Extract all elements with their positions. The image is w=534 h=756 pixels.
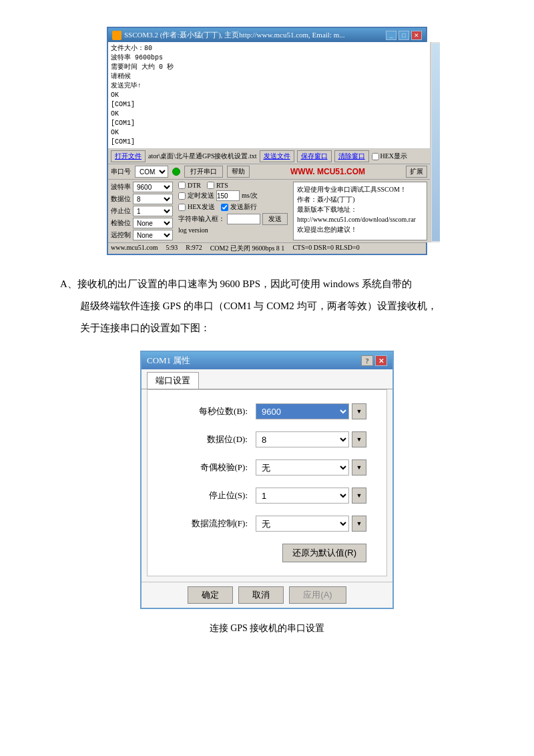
com1-flowcontrol-arrow[interactable]: ▼ xyxy=(352,516,366,532)
com1-baud-label: 每秒位数(B): xyxy=(168,405,248,417)
open-file-btn[interactable]: 打开文件 xyxy=(111,150,146,162)
hex-display-checkbox[interactable] xyxy=(372,153,379,160)
com1-dialog: COM1 属性 ? ✕ 端口设置 每秒位数(B): 9600 ▼ 数据 xyxy=(140,351,394,609)
sscom-scrollbar[interactable] xyxy=(431,42,440,242)
status-pos: 5:93 xyxy=(166,244,178,253)
com1-databits-select[interactable]: 8 xyxy=(256,431,349,447)
welcome-line1: 欢迎使用专业串口调试工具SSCOM！ xyxy=(297,184,423,194)
sscom-maximize-btn[interactable]: □ xyxy=(398,31,409,40)
sscom-log-area[interactable]: 文件大小：80 波特率 9600bps 需要时间 大约 0 秒 请稍候 发送完毕… xyxy=(108,42,430,149)
input-label: 字符串输入框： xyxy=(178,214,225,224)
com1-parity-control: 无 ▼ xyxy=(256,459,366,476)
com1-field-parity: 奇偶校验(P): 无 ▼ xyxy=(168,459,366,476)
com1-tab-port-settings[interactable]: 端口设置 xyxy=(147,372,199,389)
save-window-btn[interactable]: 保存窗口 xyxy=(297,150,332,162)
timed-send-label: 定时发送 xyxy=(188,191,214,200)
com1-stopbits-label: 停止位(S): xyxy=(168,490,248,502)
com1-parity-select[interactable]: 无 xyxy=(256,459,349,476)
stopbits-label: 停止位 xyxy=(111,206,131,216)
com1-databits-arrow[interactable]: ▼ xyxy=(352,431,366,447)
sscom-app-icon xyxy=(112,31,121,40)
timed-send-checkbox[interactable] xyxy=(178,192,186,200)
log-line: 请稍候 xyxy=(111,72,427,81)
check-select[interactable]: None xyxy=(133,218,173,228)
send-btn[interactable]: 发送 xyxy=(262,213,288,225)
check-label: 检验位 xyxy=(111,218,131,228)
com1-stopbits-arrow[interactable]: ▼ xyxy=(352,488,366,504)
dtr-label: DTR xyxy=(188,182,201,189)
com1-default-btn[interactable]: 还原为默认值(R) xyxy=(282,544,366,562)
com1-field-flowcontrol: 数据流控制(F): 无 ▼ xyxy=(168,516,366,532)
com1-ok-btn[interactable]: 确定 xyxy=(188,586,233,604)
dtr-checkbox[interactable] xyxy=(178,182,186,189)
sscom-window: SSCOM3.2 (作者:聂小猛(丁丁), 主页http://www.mcu51… xyxy=(107,27,427,255)
com1-baud-control: 9600 ▼ xyxy=(256,403,366,419)
sscom-titlebar: SSCOM3.2 (作者:聂小猛(丁丁), 主页http://www.mcu51… xyxy=(108,28,426,42)
com1-apply-btn[interactable]: 应用(A) xyxy=(289,586,346,604)
com1-cancel-btn[interactable]: 取消 xyxy=(238,586,284,604)
newline-checkbox[interactable] xyxy=(221,204,228,211)
string-input[interactable] xyxy=(227,214,260,224)
sscom-settings: 波特率 9600 数据位 8 停止位 1 检验位 None xyxy=(108,180,430,242)
welcome-line4: http://www.mcu51.com/download/sscom.rar xyxy=(297,214,423,224)
sscom-toolbar2: 串口号 COM2 打开串口 帮助 WWW. MCU51.COM 扩展 xyxy=(108,164,430,180)
com1-flowcontrol-select[interactable]: 无 xyxy=(256,516,349,532)
com1-question-btn[interactable]: ? xyxy=(361,355,373,366)
com1-stopbits-control: 1 ▼ xyxy=(256,488,366,504)
sscom-titlebar-buttons: _ □ ✕ xyxy=(386,31,422,40)
input-row: 字符串输入框： 发送 xyxy=(178,213,288,225)
status-port-info: COM2 已关闭 9600bps 8 1 xyxy=(210,244,285,253)
status-url: www.mcu51.com xyxy=(111,244,158,253)
com1-titlebar: COM1 属性 ? ✕ xyxy=(142,352,392,369)
hex-display-check-label: HEX显示 xyxy=(372,152,408,161)
timed-send-row: 定时发送 ms/次 xyxy=(178,190,288,201)
com1-field-databits: 数据位(D): 8 ▼ xyxy=(168,431,366,447)
body-text: A、接收机的出厂设置的串口速率为 9600 BPS，因此可使用 windows … xyxy=(40,275,494,337)
welcome-line5: 欢迎提出您的建议！ xyxy=(297,224,423,234)
com1-flowcontrol-control: 无 ▼ xyxy=(256,516,366,532)
databits-row: 数据位 8 xyxy=(111,194,173,204)
com1-databits-label: 数据位(D): xyxy=(168,433,248,445)
log-line: OK xyxy=(111,128,427,138)
dtr-row: DTR RTS xyxy=(178,182,288,189)
expand-btn[interactable]: 扩展 xyxy=(406,166,427,178)
sscom-toolbar1: 打开文件 ator\桌面\北斗星通GPS接收机设置.txt 发送文件 保存窗口 … xyxy=(108,149,430,164)
com1-baud-select[interactable]: 9600 xyxy=(256,403,349,419)
clear-window-btn[interactable]: 清除窗口 xyxy=(334,150,369,162)
com1-field-stopbits: 停止位(S): 1 ▼ xyxy=(168,488,366,504)
stopbits-row: 停止位 1 xyxy=(111,206,173,216)
sscom-titlebar-left: SSCOM3.2 (作者:聂小猛(丁丁), 主页http://www.mcu51… xyxy=(112,30,345,40)
send-file-btn[interactable]: 发送文件 xyxy=(260,150,294,162)
scrollbar-track[interactable] xyxy=(432,43,440,241)
log-line: OK xyxy=(111,110,427,119)
log-line: 文件大小：80 xyxy=(111,44,427,53)
log-line: 发送完毕↑ xyxy=(111,81,427,91)
help-btn[interactable]: 帮助 xyxy=(227,166,250,178)
body-para2: 超级终端软件连接 GPS 的串口（COM1 与 COM2 均可，两者等效）设置接… xyxy=(80,297,494,315)
rts-checkbox[interactable] xyxy=(207,182,214,189)
com1-close-btn[interactable]: ✕ xyxy=(375,355,387,366)
port-select[interactable]: COM2 xyxy=(135,166,168,178)
baud-select[interactable]: 9600 xyxy=(133,182,173,192)
com1-flowcontrol-label: 数据流控制(F): xyxy=(168,518,248,530)
hex-send-checkbox[interactable] xyxy=(178,204,186,211)
com1-parity-label: 奇偶校验(P): xyxy=(168,461,248,474)
sscom-brand: WWW. MCU51.COM xyxy=(254,167,402,176)
stopbits-select[interactable]: 1 xyxy=(133,206,173,216)
com1-databits-control: 8 ▼ xyxy=(256,431,366,447)
open-port-btn[interactable]: 打开串口 xyxy=(184,166,223,178)
sscom-title: SSCOM3.2 (作者:聂小猛(丁丁), 主页http://www.mcu51… xyxy=(124,30,345,40)
settings-left: 波特率 9600 数据位 8 停止位 1 检验位 None xyxy=(111,182,173,240)
databits-select[interactable]: 8 xyxy=(133,194,173,204)
com1-baud-arrow[interactable]: ▼ xyxy=(352,403,366,419)
timed-value-input[interactable] xyxy=(216,190,240,201)
sscom-minimize-btn[interactable]: _ xyxy=(386,31,396,40)
com1-parity-arrow[interactable]: ▼ xyxy=(352,459,366,476)
body-para1: A、接收机的出厂设置的串口速率为 9600 BPS，因此可使用 windows … xyxy=(60,275,494,293)
sscom-body: 文件大小：80 波特率 9600bps 需要时间 大约 0 秒 请稍候 发送完毕… xyxy=(108,42,426,242)
com1-stopbits-select[interactable]: 1 xyxy=(256,488,349,504)
settings-mid: DTR RTS 定时发送 ms/次 HEX发送 发送新行 xyxy=(178,182,288,240)
remote-select[interactable]: None xyxy=(133,230,173,240)
sscom-close-btn[interactable]: ✕ xyxy=(411,31,422,40)
rts-label: RTS xyxy=(216,182,228,189)
